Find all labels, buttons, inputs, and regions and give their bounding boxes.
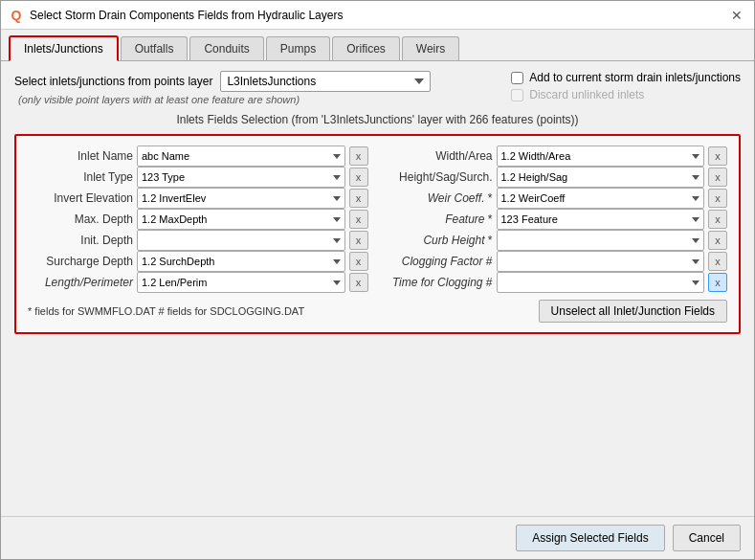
curb-height-label: Curb Height * (388, 234, 493, 247)
surcharge-depth-clear[interactable]: x (349, 252, 368, 271)
field-row-inlet-type: Inlet Type 123 Type x (28, 167, 368, 188)
feature-clear[interactable]: x (708, 210, 727, 229)
layer-select[interactable]: L3InletsJunctions (220, 71, 431, 92)
time-clogging-label: Time for Clogging # (388, 276, 493, 289)
unselect-all-button[interactable]: Unselect all Inlet/Junction Fields (539, 300, 727, 323)
field-row-clogging-factor: Clogging Factor # x (388, 251, 728, 272)
layer-label: Select inlets/junctions from points laye… (14, 75, 212, 88)
bottom-bar: Assign Selected Fields Cancel (1, 516, 754, 559)
curb-height-select[interactable] (497, 230, 705, 251)
inlet-name-label: Inlet Name (28, 149, 133, 163)
main-content: Select inlets/junctions from points laye… (1, 61, 754, 516)
inlet-type-select[interactable]: 123 Type (137, 167, 345, 188)
clogging-factor-select[interactable] (497, 251, 705, 272)
close-button[interactable]: ✕ (727, 6, 746, 25)
init-depth-clear[interactable]: x (349, 231, 368, 250)
hint-text: (only visible point layers with at least… (18, 94, 431, 105)
max-depth-select[interactable]: 1.2 MaxDepth (137, 209, 345, 230)
field-row-surcharge-depth: Surcharge Depth 1.2 SurchDepth x (28, 251, 368, 272)
add-current-checkbox[interactable] (511, 72, 523, 84)
layer-row: Select inlets/junctions from points laye… (14, 71, 431, 92)
curb-height-clear[interactable]: x (708, 231, 727, 250)
app-icon: Q (9, 8, 24, 23)
cancel-button[interactable]: Cancel (673, 525, 741, 551)
feature-select[interactable]: 123 Feature (497, 209, 705, 230)
weir-coeff-clear[interactable]: x (708, 189, 727, 208)
field-row-length-perim: Length/Perimeter 1.2 Len/Perim x (28, 272, 368, 293)
tab-weirs[interactable]: Weirs (402, 36, 459, 60)
tab-outfalls[interactable]: Outfalls (121, 36, 189, 60)
window-title: Select Storm Drain Components Fields fro… (30, 9, 343, 22)
top-right: Add to current storm drain inlets/juncti… (511, 71, 741, 101)
discard-unlinked-label: Discard unlinked inlets (529, 88, 644, 101)
field-row-time-clogging: Time for Clogging # x (388, 272, 728, 293)
field-row-init-depth: Init. Depth x (28, 230, 368, 251)
field-row-height-sag: Height/Sag/Surch. 1.2 Heigh/Sag x (388, 167, 728, 188)
init-depth-label: Init. Depth (28, 234, 133, 247)
width-area-label: Width/Area (388, 149, 493, 163)
width-area-select[interactable]: 1.2 Width/Area (497, 146, 705, 167)
clogging-factor-label: Clogging Factor # (388, 255, 493, 268)
height-sag-clear[interactable]: x (708, 168, 727, 187)
invert-elev-label: Invert Elevation (28, 191, 133, 205)
surcharge-depth-select[interactable]: 1.2 SurchDepth (137, 251, 345, 272)
field-row-max-depth: Max. Depth 1.2 MaxDepth x (28, 209, 368, 230)
fields-grid: Inlet Name abc Name x Inlet Type 123 Typ… (28, 146, 727, 293)
inlet-type-clear[interactable]: x (349, 168, 368, 187)
weir-coeff-select[interactable]: 1.2 WeirCoeff (497, 188, 705, 209)
max-depth-label: Max. Depth (28, 213, 133, 226)
right-fields-column: Width/Area 1.2 Width/Area x Height/Sag/S… (388, 146, 728, 293)
invert-elev-select[interactable]: 1.2 InvertElev (137, 188, 345, 209)
layer-section: Select inlets/junctions from points laye… (14, 71, 431, 105)
tab-conduits[interactable]: Conduits (189, 36, 263, 60)
tabs-bar: Inlets/Junctions Outfalls Conduits Pumps… (1, 30, 754, 61)
length-perim-label: Length/Perimeter (28, 276, 133, 289)
time-clogging-select[interactable] (497, 272, 705, 293)
top-row: Select inlets/junctions from points laye… (14, 71, 741, 105)
inlet-name-select[interactable]: abc Name (137, 146, 345, 167)
main-window: Q Select Storm Drain Components Fields f… (0, 0, 755, 560)
left-fields-column: Inlet Name abc Name x Inlet Type 123 Typ… (28, 146, 368, 293)
width-area-clear[interactable]: x (708, 146, 727, 166)
field-row-curb-height: Curb Height * x (388, 230, 728, 251)
discard-unlinked-checkbox (511, 89, 523, 101)
add-current-row: Add to current storm drain inlets/juncti… (511, 71, 741, 84)
add-current-label: Add to current storm drain inlets/juncti… (529, 71, 741, 84)
assign-selected-button[interactable]: Assign Selected Fields (516, 525, 664, 551)
footer-legend: * fields for SWMMFLO.DAT # fields for SD… (28, 305, 304, 317)
field-row-invert-elev: Invert Elevation 1.2 InvertElev x (28, 188, 368, 209)
discard-unlinked-row: Discard unlinked inlets (511, 88, 741, 101)
surcharge-depth-label: Surcharge Depth (28, 255, 133, 268)
title-bar: Q Select Storm Drain Components Fields f… (1, 1, 754, 30)
time-clogging-clear[interactable]: x (708, 273, 727, 292)
inlet-name-clear[interactable]: x (349, 146, 368, 166)
title-bar-left: Q Select Storm Drain Components Fields f… (9, 8, 343, 23)
clogging-factor-clear[interactable]: x (708, 252, 727, 271)
field-row-weir-coeff: Weir Coeff. * 1.2 WeirCoeff x (388, 188, 728, 209)
fields-box: Inlet Name abc Name x Inlet Type 123 Typ… (14, 134, 741, 334)
length-perim-clear[interactable]: x (349, 273, 368, 292)
tab-inlets-junctions[interactable]: Inlets/Junctions (9, 35, 119, 61)
field-row-width-area: Width/Area 1.2 Width/Area x (388, 146, 728, 167)
tab-pumps[interactable]: Pumps (266, 36, 330, 60)
height-sag-select[interactable]: 1.2 Heigh/Sag (497, 167, 705, 188)
invert-elev-clear[interactable]: x (349, 189, 368, 208)
init-depth-select[interactable] (137, 230, 345, 251)
length-perim-select[interactable]: 1.2 Len/Perim (137, 272, 345, 293)
field-row-inlet-name: Inlet Name abc Name x (28, 146, 368, 167)
footer-row: * fields for SWMMFLO.DAT # fields for SD… (28, 300, 727, 323)
height-sag-label: Height/Sag/Surch. (388, 170, 493, 184)
max-depth-clear[interactable]: x (349, 210, 368, 229)
weir-coeff-label: Weir Coeff. * (388, 191, 493, 205)
section-title: Inlets Fields Selection (from 'L3InletsJ… (14, 113, 741, 126)
tab-orifices[interactable]: Orifices (332, 36, 400, 60)
field-row-feature: Feature * 123 Feature x (388, 209, 728, 230)
feature-label: Feature * (388, 213, 493, 226)
inlet-type-label: Inlet Type (28, 170, 133, 184)
